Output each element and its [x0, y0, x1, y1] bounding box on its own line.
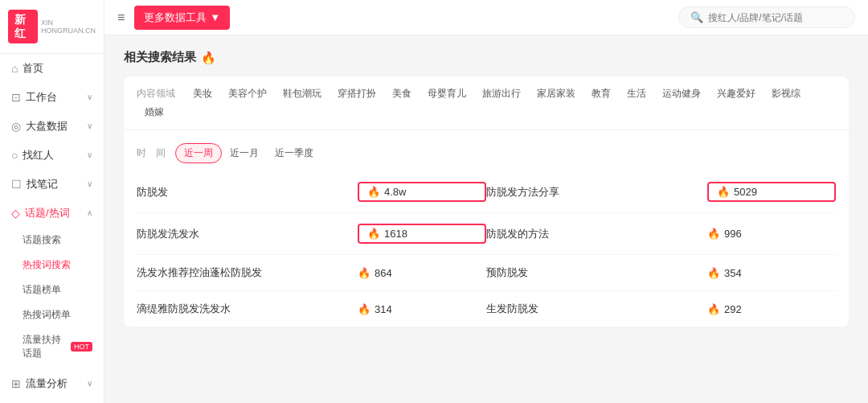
- filter-wrapper: 内容领域 美妆 美容个护 鞋包潮玩 穿搭打扮 美食 母婴育儿 旅游出行 家居家装…: [124, 76, 849, 327]
- content-area: 相关搜索结果 🔥 内容领域 美妆 美容个护 鞋包潮玩 穿搭打扮 美食 母婴育儿 …: [104, 35, 868, 403]
- result-count-right: 🔥 292: [707, 303, 836, 315]
- time-tag-month[interactable]: 近一月: [222, 144, 267, 162]
- sidebar-item-topic[interactable]: ◇ 话题/热词 ∧: [0, 199, 104, 228]
- chevron-down-icon: ∨: [87, 150, 92, 159]
- filter-tag-entertainment[interactable]: 影视综: [764, 84, 809, 103]
- fire-count-icon: 🔥: [358, 303, 371, 315]
- search-bar[interactable]: 🔍: [678, 6, 855, 28]
- filter-tag-shoes[interactable]: 鞋包潮玩: [275, 84, 330, 103]
- result-name-left: 滴缇雅防脱发洗发水: [137, 302, 358, 316]
- logo: 新红 XIN HONGRUAN.CN: [0, 0, 104, 54]
- result-name-left: 防脱发: [137, 185, 358, 199]
- chevron-up-icon: ∧: [87, 208, 92, 217]
- fire-count-icon: 🔥: [367, 228, 380, 240]
- content-filter-row: 内容领域 美妆 美容个护 鞋包潮玩 穿搭打扮 美食 母婴育儿 旅游出行 家居家装…: [124, 76, 849, 130]
- fire-count-icon: 🔥: [717, 186, 730, 198]
- sidebar-item-live[interactable]: ⊟ 直播分析 ∨: [0, 398, 104, 403]
- sidebar-item-label: 首页: [23, 61, 43, 76]
- sidebar-item-label: 找笔记: [27, 177, 58, 191]
- result-count-left: 🔥 4.8w: [358, 182, 486, 202]
- logo-text: 新红: [8, 10, 38, 43]
- sidebar-item-find-note[interactable]: ☐ 找笔记 ∨: [0, 170, 104, 199]
- fire-count-icon: 🔥: [358, 267, 371, 279]
- filter-tag-fashion[interactable]: 穿搭打扮: [330, 84, 384, 103]
- sidebar-item-label: 大盘数据: [26, 119, 68, 134]
- sidebar-item-label: 话题/热词: [25, 206, 70, 220]
- fire-count-icon: 🔥: [367, 186, 380, 198]
- filter-tag-travel[interactable]: 旅游出行: [474, 84, 529, 103]
- filter-tag-home[interactable]: 家居家装: [529, 84, 583, 103]
- home-icon: ⌂: [11, 62, 18, 75]
- filter-tag-wedding[interactable]: 婚嫁: [137, 103, 172, 121]
- chevron-down-icon: ∨: [87, 93, 92, 101]
- sidebar-item-label: 工作台: [26, 90, 57, 105]
- result-count-left: 🔥 314: [358, 303, 486, 315]
- bigdata-icon: ◎: [11, 120, 21, 133]
- topbar: ≡ 更多数据工具 ▼ 🔍: [104, 0, 868, 35]
- sidebar-item-label: 找红人: [23, 148, 54, 162]
- fire-count-icon: 🔥: [707, 303, 720, 315]
- table-row: 洗发水推荐控油蓬松防脱发 🔥 864 预防脱发 🔥 354: [137, 255, 836, 291]
- table-row: 防脱发 🔥 4.8w 防脱发方法分享 🔥 5029: [137, 171, 836, 213]
- workspace-icon: ⊡: [11, 91, 21, 104]
- sidebar-sub-topic-rank[interactable]: 话题榜单: [0, 278, 104, 302]
- filter-tag-sports[interactable]: 运动健身: [654, 84, 709, 103]
- results-container: 防脱发 🔥 4.8w 防脱发方法分享 🔥 5029 防脱发洗发水 🔥: [124, 171, 849, 327]
- result-name-left: 洗发水推荐控油蓬松防脱发: [137, 265, 358, 280]
- result-count-right: 🔥 354: [707, 267, 836, 279]
- fire-decoration-icon: 🔥: [201, 51, 216, 65]
- sidebar-item-bigdata[interactable]: ◎ 大盘数据 ∨: [0, 112, 104, 141]
- time-filter-label: 时 间: [137, 146, 166, 160]
- sidebar: 新红 XIN HONGRUAN.CN ⌂ 首页 ⊡ 工作台 ∨ ◎ 大盘数据 ∨…: [0, 0, 104, 403]
- result-name-left: 防脱发洗发水: [137, 227, 358, 241]
- search-icon: 🔍: [690, 11, 703, 23]
- kol-icon: ○: [11, 149, 18, 162]
- time-tag-week[interactable]: 近一周: [175, 143, 222, 163]
- note-icon: ☐: [11, 178, 22, 191]
- topic-icon: ◇: [11, 207, 20, 220]
- sidebar-item-home[interactable]: ⌂ 首页: [0, 54, 104, 83]
- more-tools-button[interactable]: 更多数据工具 ▼: [134, 6, 230, 30]
- sidebar-sub-topic-search[interactable]: 话题搜索: [0, 228, 104, 253]
- fire-count-icon: 🔥: [707, 267, 720, 279]
- menu-icon[interactable]: ≡: [117, 10, 125, 25]
- chevron-down-icon: ∨: [87, 121, 92, 130]
- section-title: 相关搜索结果 🔥: [124, 50, 849, 65]
- result-name-right: 防脱发的方法: [486, 227, 707, 241]
- content-filter-label: 内容领域: [137, 87, 175, 101]
- filter-tag-hobbies[interactable]: 兴趣爱好: [709, 84, 764, 103]
- chevron-down-icon: ∨: [87, 379, 92, 388]
- result-name-right: 预防脱发: [486, 265, 707, 280]
- result-name-right: 防脱发方法分享: [486, 185, 707, 199]
- hot-badge: HOT: [71, 342, 92, 352]
- sidebar-sub-hot-search[interactable]: 热搜词搜索: [0, 253, 104, 278]
- filter-tag-food[interactable]: 美食: [384, 84, 420, 103]
- table-row: 防脱发洗发水 🔥 1618 防脱发的方法 🔥 996: [137, 213, 836, 255]
- chevron-down-icon: ∨: [87, 179, 92, 188]
- sidebar-sub-traffic-topic[interactable]: 流量扶持话题 HOT: [0, 327, 104, 366]
- result-count-left: 🔥 1618: [358, 224, 486, 244]
- filter-tag-beauty[interactable]: 美妆: [185, 84, 220, 103]
- time-tag-quarter[interactable]: 近一季度: [267, 144, 321, 162]
- fire-count-icon: 🔥: [707, 228, 720, 240]
- sidebar-item-label: 流量分析: [26, 376, 68, 391]
- table-row: 滴缇雅防脱发洗发水 🔥 314 生发防脱发 🔥 292: [137, 291, 836, 327]
- sidebar-item-traffic[interactable]: ⊞ 流量分析 ∨: [0, 369, 104, 398]
- result-count-right: 🔥 996: [707, 228, 836, 240]
- filter-tag-baby[interactable]: 母婴育儿: [420, 84, 474, 103]
- more-tools-label: 更多数据工具: [144, 10, 207, 25]
- filter-tag-education[interactable]: 教育: [583, 84, 619, 103]
- dropdown-arrow-icon: ▼: [210, 11, 220, 23]
- result-name-right: 生发防脱发: [486, 302, 707, 316]
- traffic-icon: ⊞: [11, 377, 21, 390]
- filter-tag-life[interactable]: 生活: [619, 84, 654, 103]
- sidebar-sub-hot-rank[interactable]: 热搜词榜单: [0, 302, 104, 327]
- time-filter-row: 时 间 近一周 近一月 近一季度: [124, 137, 849, 171]
- filter-tag-skincare[interactable]: 美容个护: [220, 84, 275, 103]
- result-count-right: 🔥 5029: [707, 182, 836, 202]
- sidebar-item-workspace[interactable]: ⊡ 工作台 ∨: [0, 83, 104, 112]
- main-area: ≡ 更多数据工具 ▼ 🔍 相关搜索结果 🔥 内容领域 美妆 美容个护 鞋包潮玩 …: [104, 0, 868, 403]
- search-input[interactable]: [708, 12, 843, 23]
- sidebar-item-find-kol[interactable]: ○ 找红人 ∨: [0, 141, 104, 170]
- logo-subtitle: XIN HONGRUAN.CN: [41, 19, 96, 35]
